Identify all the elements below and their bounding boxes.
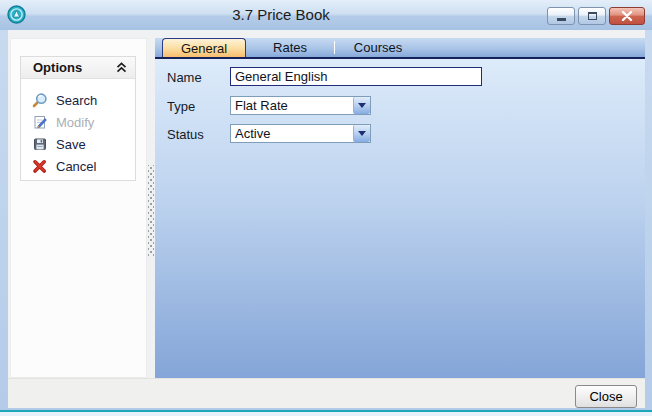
maximize-button[interactable] xyxy=(578,7,606,25)
status-label: Status xyxy=(167,127,204,142)
type-dropdown-value: Flat Rate xyxy=(231,98,353,113)
tabstrip: General Rates Courses xyxy=(155,38,645,59)
sidebar-item-label: Modify xyxy=(56,115,94,130)
minimize-button[interactable] xyxy=(547,7,575,25)
type-label: Type xyxy=(167,99,195,114)
close-x-icon xyxy=(621,11,633,21)
tab-courses[interactable]: Courses xyxy=(335,38,421,57)
minimize-icon xyxy=(557,18,566,21)
options-group: Options Search xyxy=(20,56,136,181)
close-button[interactable]: Close xyxy=(575,385,637,408)
type-dropdown-button[interactable] xyxy=(353,97,370,114)
price-book-window: 3.7 Price Book Options xyxy=(0,0,652,416)
splitter-grip-icon xyxy=(148,165,154,257)
name-input[interactable] xyxy=(230,67,482,86)
app-logo-icon xyxy=(7,5,26,24)
client-area: Options Search xyxy=(8,30,645,408)
save-icon xyxy=(32,136,48,152)
name-label: Name xyxy=(167,70,202,85)
options-header[interactable]: Options xyxy=(21,57,135,79)
chevron-double-up-icon[interactable] xyxy=(116,62,127,73)
sidebar-splitter[interactable] xyxy=(147,38,155,378)
status-dropdown-button[interactable] xyxy=(353,125,370,142)
sidebar-item-modify: Modify xyxy=(21,111,135,133)
sidebar-item-label: Search xyxy=(56,93,97,108)
sidebar-item-cancel[interactable]: Cancel xyxy=(21,155,135,177)
search-icon xyxy=(32,92,48,108)
chevron-down-icon xyxy=(358,131,366,136)
tab-general[interactable]: General xyxy=(162,38,246,57)
window-bottom-edge xyxy=(0,412,652,416)
chevron-down-icon xyxy=(358,103,366,108)
cancel-icon xyxy=(32,158,48,174)
titlebar: 3.7 Price Book xyxy=(0,0,652,30)
main-panel: General Rates Courses Name Type Flat Rat… xyxy=(155,38,645,378)
modify-icon xyxy=(32,114,48,130)
options-header-label: Options xyxy=(33,60,116,75)
footer-bar: Close xyxy=(8,378,645,408)
sidebar-item-save[interactable]: Save xyxy=(21,133,135,155)
sidebar-panel: Options Search xyxy=(10,38,147,378)
maximize-icon xyxy=(588,12,597,20)
window-title: 3.7 Price Book xyxy=(30,6,532,23)
sidebar-item-search[interactable]: Search xyxy=(21,89,135,111)
type-dropdown[interactable]: Flat Rate xyxy=(230,96,371,115)
status-dropdown-value: Active xyxy=(231,126,353,141)
tab-page-general: Name Type Flat Rate Status Active xyxy=(155,59,645,378)
window-close-button[interactable] xyxy=(609,7,645,25)
sidebar-item-label: Cancel xyxy=(56,159,96,174)
tab-rates[interactable]: Rates xyxy=(247,38,333,57)
sidebar-item-label: Save xyxy=(56,137,86,152)
status-dropdown[interactable]: Active xyxy=(230,124,371,143)
